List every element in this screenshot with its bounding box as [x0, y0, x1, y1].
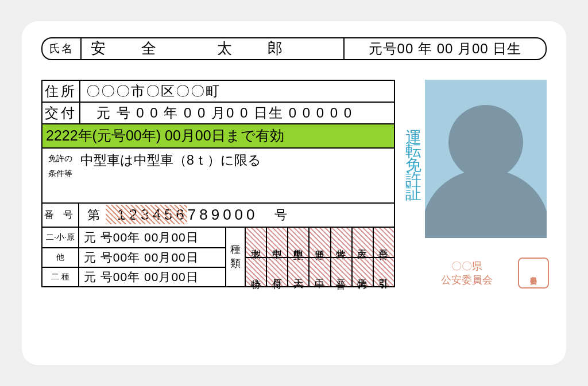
conditions-value: 中型車は中型車（8ｔ）に限る — [80, 151, 261, 200]
photo-placeholder — [425, 80, 547, 238]
date-label-0: 二·小·原 — [42, 228, 79, 247]
conditions-row: 免許の条件等 中型車は中型車（8ｔ）に限る — [41, 149, 395, 204]
issue-label: 交付 — [42, 102, 80, 124]
cat-cell: 小特 — [246, 257, 267, 286]
date-label-2: 二 種 — [42, 268, 79, 286]
cat-cell: 大特 — [331, 228, 353, 257]
cat-cell: 中二 — [310, 257, 331, 286]
cat-cell: 大二 — [288, 257, 310, 286]
cat-cell: 大自二 — [353, 228, 374, 257]
name-value: 安 全 太 郎 — [80, 37, 345, 60]
name-label: 氏名 — [41, 37, 80, 60]
cat-cell: 普二 — [331, 257, 353, 286]
issuer-stamp: 〇〇県 公安委 員会印 — [518, 258, 549, 288]
cat-cell: 普自二 — [374, 228, 395, 257]
date-row: 二 種 元 号00年 00月00日 — [42, 267, 226, 286]
address-label: 住所 — [42, 80, 80, 102]
right-column: 運転免許証 〇〇県公安委員会 〇〇県 公安委 員会印 — [403, 80, 547, 287]
dates-block: 二·小·原 元 号00年 00月00日 他 元 号00年 00月00日 二 種 … — [42, 228, 226, 286]
number-label: 番 号 — [42, 204, 79, 227]
categories-block: 種類 大型 中型 準中型 普通 大特 大自二 普自二 小特 原付 大二 中二 — [226, 228, 395, 286]
date-value-0: 元 号00年 00月00日 — [79, 228, 225, 247]
issue-value: 元 号 0 0 年 0 0 月0 0 日生 0 0 0 0 0 — [80, 102, 394, 124]
date-row: 二·小·原 元 号00年 00月00日 — [42, 228, 226, 247]
info-table: 住所 〇〇〇市〇区〇〇町 交付 元 号 0 0 年 0 0 月0 0 日生 0 … — [41, 80, 395, 124]
avatar-head — [448, 105, 523, 180]
categories-grid: 大型 中型 準中型 普通 大特 大自二 普自二 小特 原付 大二 中二 普二 大… — [246, 228, 395, 286]
drivers-license-card: 氏名 安 全 太 郎 元号00 年 00 月00 日生 住所 〇〇〇市〇区〇〇町… — [22, 21, 566, 365]
name-row: 氏名 安 全 太 郎 元号00 年 00 月00 日生 — [41, 37, 547, 60]
date-label-1: 他 — [42, 248, 79, 267]
issuer-text: 〇〇県公安委員会 — [424, 259, 510, 287]
cat-cell: 大型 — [246, 228, 267, 257]
date-value-1: 元 号00年 00月00日 — [79, 248, 225, 267]
date-value-2: 元 号00年 00月00日 — [79, 268, 225, 286]
dob-value: 元号00 年 00 月00 日生 — [345, 37, 547, 60]
cat-cell: 大特二 — [353, 257, 374, 286]
categories-label: 種類 — [226, 228, 246, 286]
number-row: 番 号 第 123456789000 号 — [41, 204, 395, 228]
avatar-body — [425, 169, 547, 238]
expiry-highlight: 2222年(元号00年) 00月00日まで有効 — [41, 124, 395, 149]
license-title-vertical: 運転免許証 — [402, 116, 424, 185]
date-row: 他 元 号00年 00月00日 — [42, 247, 226, 267]
address-value: 〇〇〇市〇区〇〇町 — [80, 80, 394, 102]
number-value: 第 123456789000 号 — [79, 206, 394, 224]
conditions-label: 免許の条件等 — [48, 151, 80, 200]
cat-cell: 準中型 — [288, 228, 310, 257]
cat-cell: 普通 — [310, 228, 331, 257]
cat-cell: 原付 — [267, 257, 288, 286]
cat-cell: 引引二 — [374, 257, 395, 286]
cat-cell: 中型 — [267, 228, 288, 257]
bottom-grid: 二·小·原 元 号00年 00月00日 他 元 号00年 00月00日 二 種 … — [41, 228, 395, 287]
